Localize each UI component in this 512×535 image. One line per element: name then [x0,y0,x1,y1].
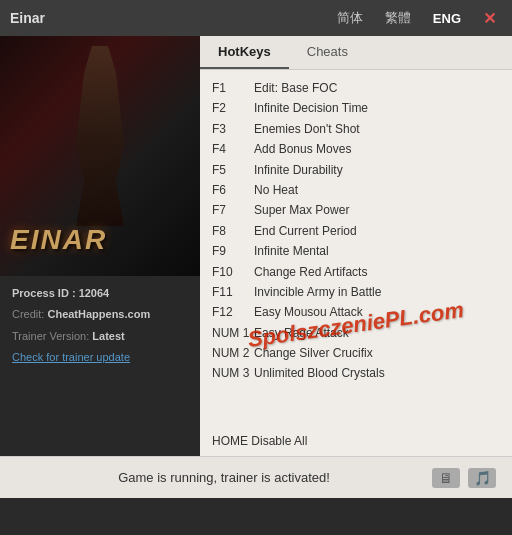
cheat-desc: Infinite Mental [254,241,329,261]
cheat-desc: Easy Mousou Attack [254,302,363,322]
cheat-row: F7Super Max Power [212,200,500,220]
cheat-key: F4 [212,139,250,159]
lang-simplified[interactable]: 简体 [331,7,369,29]
cheat-key: F8 [212,221,250,241]
status-message: Game is running, trainer is activated! [16,470,432,485]
home-action: HOME Disable All [200,430,512,456]
update-link-line[interactable]: Check for trainer update [12,350,188,365]
cheat-key: F5 [212,160,250,180]
right-panel: HotKeys Cheats F1Edit: Base FOCF2Infinit… [200,36,512,456]
cheat-row: F11Invincible Army in Battle [212,282,500,302]
cheat-desc: Add Bonus Moves [254,139,351,159]
cheat-key: F12 [212,302,250,322]
cheat-row: F5Infinite Durability [212,160,500,180]
cheat-row: F4Add Bonus Moves [212,139,500,159]
left-panel: EINAR Process ID : 12064 Credit: CheatHa… [0,36,200,456]
game-image: EINAR [0,36,200,276]
tab-cheats[interactable]: Cheats [289,36,366,69]
titlebar: Einar 简体 繁體 ENG ✕ [0,0,512,36]
tab-bar: HotKeys Cheats [200,36,512,70]
close-button[interactable]: ✕ [477,7,502,30]
cheat-key: F1 [212,78,250,98]
statusbar: Game is running, trainer is activated! 🖥… [0,456,512,498]
music-icon: 🎵 [468,468,496,488]
cheat-row: NUM 3Unlimited Blood Crystals [212,363,500,383]
lang-traditional[interactable]: 繁體 [379,7,417,29]
cheat-row: F12Easy Mousou Attack [212,302,500,322]
cheat-desc: Enemies Don't Shot [254,119,360,139]
cheat-desc: Edit: Base FOC [254,78,337,98]
cheat-desc: Super Max Power [254,200,349,220]
update-link[interactable]: Check for trainer update [12,351,130,363]
game-title-image: EINAR [10,224,107,256]
cheat-row: NUM 1Easy Rage Attack [212,323,500,343]
cheat-key: F6 [212,180,250,200]
trainer-version-line: Trainer Version: Latest [12,329,188,344]
cheat-row: NUM 2Change Silver Crucifix [212,343,500,363]
info-panel: Process ID : 12064 Credit: CheatHappens.… [0,276,200,456]
character-figure [0,46,200,226]
character-shape [60,46,140,226]
cheat-desc: Invincible Army in Battle [254,282,381,302]
cheat-desc: Change Silver Crucifix [254,343,373,363]
cheat-desc: Infinite Durability [254,160,343,180]
cheat-row: F3Enemies Don't Shot [212,119,500,139]
cheat-desc: Unlimited Blood Crystals [254,363,385,383]
cheat-desc: Change Red Artifacts [254,262,367,282]
cheat-desc: Infinite Decision Time [254,98,368,118]
cheat-desc: Easy Rage Attack [254,323,349,343]
monitor-icon: 🖥 [432,468,460,488]
cheat-row: F10Change Red Artifacts [212,262,500,282]
cheat-key: NUM 3 [212,363,250,383]
cheat-row: F2Infinite Decision Time [212,98,500,118]
lang-english[interactable]: ENG [427,9,467,28]
cheats-list: F1Edit: Base FOCF2Infinite Decision Time… [200,70,512,430]
process-id: Process ID : 12064 [12,286,188,301]
cheat-row: F8End Current Period [212,221,500,241]
cheat-key: F11 [212,282,250,302]
cheat-desc: End Current Period [254,221,357,241]
cheat-key: F9 [212,241,250,261]
cheat-key: NUM 1 [212,323,250,343]
cheat-key: NUM 2 [212,343,250,363]
credit-line: Credit: CheatHappens.com [12,307,188,322]
cheat-key: F10 [212,262,250,282]
cheat-row: F6No Heat [212,180,500,200]
cheat-row: F1Edit: Base FOC [212,78,500,98]
cheat-key: F3 [212,119,250,139]
app-title: Einar [10,10,321,26]
cheat-key: F2 [212,98,250,118]
cheat-key: F7 [212,200,250,220]
cheat-row: F9Infinite Mental [212,241,500,261]
status-icons: 🖥 🎵 [432,468,496,488]
main-content: EINAR Process ID : 12064 Credit: CheatHa… [0,36,512,456]
tab-hotkeys[interactable]: HotKeys [200,36,289,69]
cheat-desc: No Heat [254,180,298,200]
